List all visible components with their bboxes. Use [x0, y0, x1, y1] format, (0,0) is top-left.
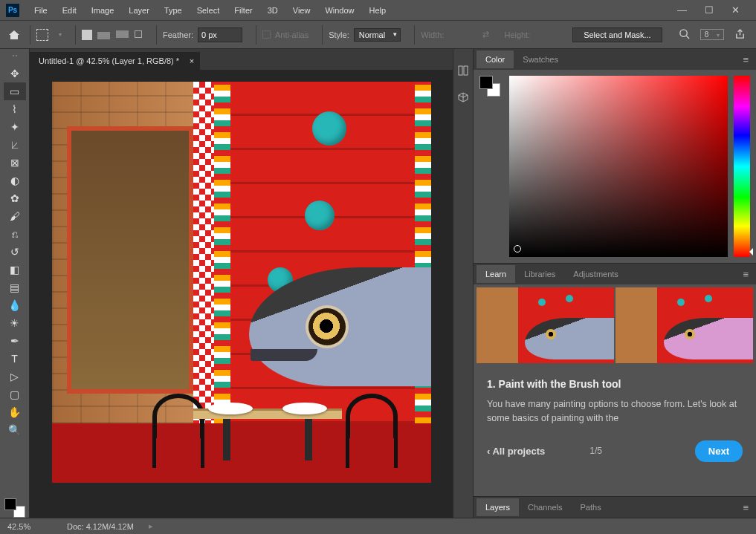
svg-rect-2: [459, 66, 462, 75]
subtract-selection-icon[interactable]: [115, 30, 129, 39]
type-tool[interactable]: T: [4, 350, 26, 368]
menu-select[interactable]: Select: [190, 3, 227, 18]
healing-brush-tool[interactable]: ✿: [4, 189, 26, 207]
doc-size: Doc: 4.12M/4.12M: [67, 522, 134, 531]
close-button[interactable]: ✕: [731, 4, 740, 16]
color-swatch[interactable]: [479, 76, 503, 257]
status-menu-icon[interactable]: ▸: [149, 521, 153, 531]
menu-type[interactable]: Type: [157, 3, 190, 18]
blur-tool[interactable]: 💧: [4, 296, 26, 314]
layers-tabs: Layers Channels Paths ≡: [474, 497, 756, 518]
search-icon[interactable]: [679, 28, 690, 41]
panel-menu-icon[interactable]: ≡: [735, 51, 756, 68]
tab-libraries[interactable]: Libraries: [515, 265, 564, 283]
menu-window[interactable]: Window: [317, 3, 361, 18]
menu-help[interactable]: Help: [362, 3, 394, 18]
menu-file[interactable]: File: [27, 3, 55, 18]
minimize-button[interactable]: —: [677, 4, 687, 16]
intersect-selection-icon[interactable]: [134, 30, 143, 39]
brush-tool[interactable]: 🖌: [4, 207, 26, 225]
feather-label: Feather:: [163, 30, 193, 39]
foreground-background-swatch[interactable]: [4, 498, 25, 518]
menu-edit[interactable]: Edit: [55, 3, 84, 18]
workspace-switcher[interactable]: 8 ▾: [700, 29, 724, 40]
chevron-down-icon[interactable]: ▾: [59, 31, 62, 38]
learn-thumb-before[interactable]: [476, 287, 614, 363]
zoom-level[interactable]: 42.5%: [7, 522, 52, 531]
menu-filter[interactable]: Filter: [227, 3, 259, 18]
lasso-tool[interactable]: ⌇: [4, 100, 26, 118]
menu-3d[interactable]: 3D: [260, 3, 285, 18]
main-area: ✥▭⌇✦⟀⊠◐✿🖌⎌↺◧▤💧☀✒T▷▢✋🔍 Untitled-1 @ 42.5%…: [0, 49, 756, 518]
tab-swatches[interactable]: Swatches: [514, 51, 567, 68]
document-tab-title: Untitled-1 @ 42.5% (Layer 1, RGB/8) *: [39, 56, 179, 65]
tab-learn[interactable]: Learn: [476, 265, 515, 283]
tab-adjustments[interactable]: Adjustments: [564, 265, 627, 283]
learn-step-title: 1. Paint with the Brush tool: [487, 378, 743, 390]
tab-color[interactable]: Color: [476, 51, 514, 68]
hand-tool[interactable]: ✋: [4, 403, 26, 421]
dodge-tool[interactable]: ☀: [4, 314, 26, 332]
style-label: Style:: [329, 30, 349, 39]
new-selection-icon[interactable]: [82, 30, 92, 40]
antialias-checkbox: [262, 30, 271, 39]
menu-view[interactable]: View: [285, 3, 318, 18]
learn-thumbnails: [474, 284, 756, 366]
svg-rect-3: [464, 66, 468, 75]
svg-point-0: [680, 30, 687, 36]
learn-back-button[interactable]: ‹ All projects: [487, 446, 545, 457]
learn-step-description: You have many painting options to choose…: [487, 397, 743, 426]
status-bar: 42.5% Doc: 4.12M/4.12M ▸: [0, 518, 756, 534]
options-bar: ▾ Feather: Anti-alias Style: Normal Widt…: [0, 21, 756, 49]
learn-page-indicator: 1/5: [589, 446, 602, 456]
style-dropdown[interactable]: Normal: [354, 28, 401, 42]
tab-channels[interactable]: Channels: [519, 498, 571, 516]
panel-menu-icon[interactable]: ≡: [735, 499, 756, 516]
swap-icon: ⇄: [482, 30, 489, 39]
hue-slider[interactable]: [734, 76, 750, 257]
svg-line-1: [686, 36, 689, 39]
home-button[interactable]: [6, 27, 22, 43]
color-field[interactable]: [509, 76, 728, 257]
marquee-icon[interactable]: [36, 29, 48, 41]
panel-menu-icon[interactable]: ≡: [735, 266, 756, 283]
eraser-tool[interactable]: ◧: [4, 261, 26, 279]
history-panel-icon[interactable]: [456, 64, 470, 77]
select-and-mask-button[interactable]: Select and Mask...: [572, 27, 662, 42]
document-tab[interactable]: Untitled-1 @ 42.5% (Layer 1, RGB/8) * ×: [30, 52, 200, 70]
share-icon[interactable]: [734, 28, 746, 41]
tab-layers[interactable]: Layers: [476, 498, 519, 516]
feather-input[interactable]: [198, 27, 242, 42]
gradient-tool[interactable]: ▤: [4, 279, 26, 296]
color-panel: Color Swatches ≡: [474, 49, 756, 264]
width-label: Width:: [421, 30, 444, 39]
learn-panel: Learn Libraries Adjustments ≡: [474, 264, 756, 497]
toolbar-handle[interactable]: [4, 55, 25, 59]
move-tool[interactable]: ✥: [4, 65, 26, 82]
tab-close-icon[interactable]: ×: [190, 56, 194, 65]
add-selection-icon[interactable]: [97, 29, 111, 41]
marquee-tool[interactable]: ▭: [4, 82, 26, 100]
maximize-button[interactable]: ☐: [705, 4, 714, 16]
pen-tool[interactable]: ✒: [4, 332, 26, 350]
document-canvas[interactable]: [52, 82, 431, 483]
window-controls: — ☐ ✕: [677, 4, 750, 16]
collapsed-dock: [453, 49, 474, 518]
rectangle-tool[interactable]: ▢: [4, 385, 26, 403]
history-brush-tool[interactable]: ↺: [4, 243, 26, 261]
crop-tool[interactable]: ⟀: [4, 136, 26, 154]
eyedropper-tool[interactable]: ◐: [4, 172, 26, 189]
tab-paths[interactable]: Paths: [572, 498, 610, 516]
3d-panel-icon[interactable]: [456, 91, 470, 104]
learn-next-button[interactable]: Next: [695, 440, 743, 462]
frame-tool[interactable]: ⊠: [4, 154, 26, 172]
learn-thumb-after[interactable]: [616, 287, 753, 363]
canvas-area: Untitled-1 @ 42.5% (Layer 1, RGB/8) * ×: [30, 49, 453, 518]
path-select-tool[interactable]: ▷: [4, 368, 26, 385]
menu-image[interactable]: Image: [84, 3, 122, 18]
quick-select-tool[interactable]: ✦: [4, 118, 26, 136]
clone-stamp-tool[interactable]: ⎌: [4, 225, 26, 243]
document-tabs: Untitled-1 @ 42.5% (Layer 1, RGB/8) * ×: [30, 49, 453, 70]
menu-layer[interactable]: Layer: [121, 3, 157, 18]
zoom-tool[interactable]: 🔍: [4, 421, 26, 439]
